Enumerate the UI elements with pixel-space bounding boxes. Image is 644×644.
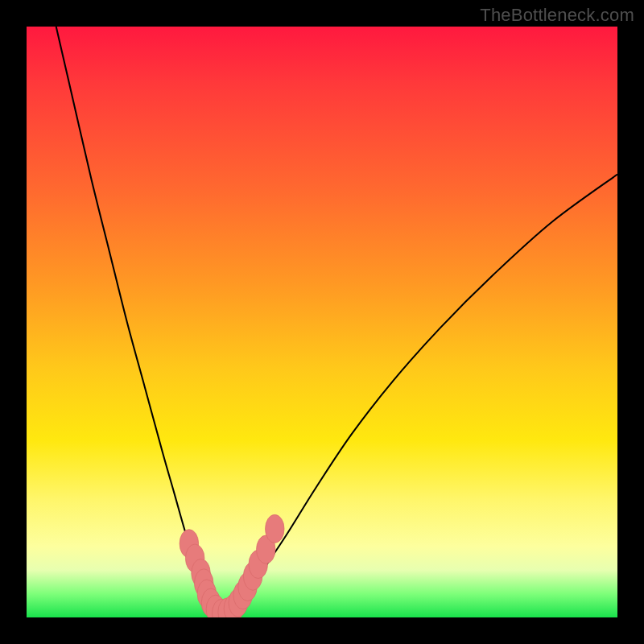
chart-svg bbox=[27, 27, 617, 617]
plot-area bbox=[27, 27, 617, 617]
outer-frame: TheBottleneck.com bbox=[0, 0, 644, 644]
bottleneck-curve bbox=[56, 27, 617, 614]
highlight-dot bbox=[266, 514, 284, 543]
marker-group bbox=[180, 514, 284, 617]
watermark-text: TheBottleneck.com bbox=[480, 5, 634, 26]
